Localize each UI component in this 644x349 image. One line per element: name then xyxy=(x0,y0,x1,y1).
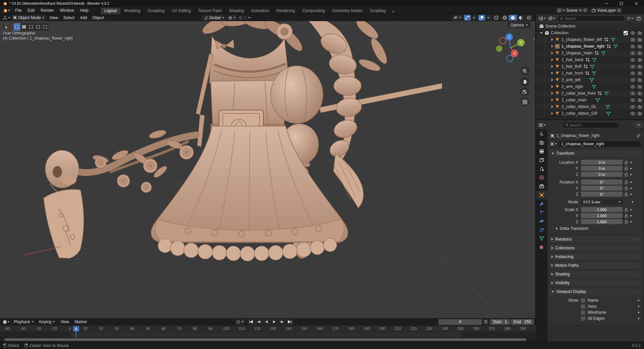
workspace-tab-texture-paint[interactable]: Texture Paint xyxy=(195,8,225,14)
disable-render-camera-icon[interactable] xyxy=(638,71,642,75)
timeline-menu-playback[interactable]: Playback xyxy=(11,319,37,324)
menu-render[interactable]: Render xyxy=(38,7,57,13)
workspace-tab-geometry-nodes[interactable]: Geometry Nodes xyxy=(328,8,366,14)
overlays-toggle[interactable] xyxy=(478,15,485,20)
scene-selector[interactable]: Scene xyxy=(556,7,589,13)
properties-tab-view-layer[interactable] xyxy=(536,156,547,164)
property-value-field[interactable]: 0° xyxy=(581,180,623,185)
expand-arrow[interactable] xyxy=(551,105,553,108)
hide-eye-icon[interactable] xyxy=(630,65,635,68)
animate-dot[interactable] xyxy=(630,162,632,163)
expand-arrow[interactable] xyxy=(551,85,553,88)
viewport-menu-object[interactable]: Object xyxy=(90,15,107,20)
outliner-row[interactable]: 1_chapeau_main xyxy=(536,50,644,56)
outliner-row[interactable]: 1_chapeau_flower_left xyxy=(536,36,644,43)
zoom-button[interactable] xyxy=(520,66,529,76)
panel-grip[interactable]: ···· xyxy=(634,264,639,267)
disable-render-camera-icon[interactable] xyxy=(638,51,642,55)
blender-app-menu[interactable] xyxy=(0,8,12,13)
editor-type-button[interactable] xyxy=(2,15,11,20)
playhead-frame-badge[interactable]: 4 xyxy=(73,326,79,332)
outliner-search-input[interactable] xyxy=(565,16,622,20)
properties-tab-tool[interactable] xyxy=(536,130,547,138)
section-collections[interactable]: Collections ···· xyxy=(549,244,642,252)
scene-collection-row[interactable]: Scene Collection xyxy=(536,23,644,30)
mode-dropdown[interactable]: Object Mode xyxy=(11,15,46,21)
property-value-field[interactable]: 1.000 xyxy=(581,219,623,224)
property-value-field[interactable]: 0 m xyxy=(581,160,623,165)
outliner-row[interactable]: 1_hair_front xyxy=(536,70,644,77)
properties-search[interactable] xyxy=(562,122,620,128)
animate-dot[interactable] xyxy=(630,168,632,169)
xray-toggle[interactable] xyxy=(493,15,499,20)
expand-arrow[interactable] xyxy=(551,45,553,48)
workspace-tab-animation[interactable]: Animation xyxy=(248,8,273,14)
proportional-editing-button[interactable] xyxy=(238,15,251,20)
outliner-row[interactable]: 1_hair_fluff xyxy=(536,63,644,70)
new-viewlayer-icon[interactable] xyxy=(617,8,621,12)
outliner-row[interactable]: 2_collar_ribbon_GL xyxy=(536,103,644,110)
outliner-filter-button[interactable] xyxy=(626,16,634,21)
outliner-row[interactable]: 1_chapeau_flower_right xyxy=(536,43,644,50)
disable-render-camera-icon[interactable] xyxy=(638,98,642,102)
expand-arrow[interactable] xyxy=(551,72,553,74)
shading-wireframe-button[interactable] xyxy=(501,15,509,20)
show-gizmo-dropdown[interactable] xyxy=(451,15,463,21)
workspace-tab-compositing[interactable]: Compositing xyxy=(299,8,328,14)
lock-icon[interactable] xyxy=(625,186,628,190)
panel-grip[interactable]: ···· xyxy=(634,281,639,285)
outliner-row[interactable]: 2_collar_main xyxy=(536,97,644,103)
jump-to-end-button[interactable] xyxy=(286,319,293,325)
panel-grip[interactable]: ···· xyxy=(634,255,639,258)
lock-icon[interactable] xyxy=(625,180,628,184)
collection-enable-checkbox[interactable] xyxy=(624,31,628,35)
hide-eye-icon[interactable] xyxy=(630,51,635,55)
workspace-tab-uv-editing[interactable]: UV Editing xyxy=(168,8,195,14)
checkbox[interactable] xyxy=(581,304,585,309)
sidebar-collapse-chevron[interactable]: ‹ xyxy=(533,36,535,41)
disable-render-camera-icon[interactable] xyxy=(638,58,642,62)
viewport-menu-add[interactable]: Add xyxy=(77,15,90,20)
expand-arrow[interactable] xyxy=(551,99,553,101)
lock-icon[interactable] xyxy=(625,192,628,196)
disable-render-camera-icon[interactable] xyxy=(638,45,642,48)
jump-to-start-button[interactable] xyxy=(248,319,255,325)
maximize-button[interactable] xyxy=(614,0,629,7)
object-id-dropdown[interactable] xyxy=(549,141,557,147)
panel-grip[interactable]: ···· xyxy=(634,152,639,155)
active-tool-button[interactable] xyxy=(2,23,11,31)
shading-rendered-button[interactable] xyxy=(525,15,533,20)
unlink-scene-icon[interactable] xyxy=(579,9,582,12)
3d-viewport[interactable]: Object Mode ViewSelectAddObject Global xyxy=(0,14,535,318)
timeline-menu-keying[interactable]: Keying xyxy=(37,319,58,324)
animate-dot[interactable] xyxy=(630,188,632,189)
hide-eye-icon[interactable] xyxy=(630,45,635,48)
animate-dot[interactable] xyxy=(630,221,632,222)
disable-render-camera-icon[interactable] xyxy=(638,112,642,115)
checkbox[interactable] xyxy=(581,310,585,315)
property-value-field[interactable]: 0° xyxy=(581,186,623,191)
snap-widget[interactable] xyxy=(226,15,237,21)
section-relations[interactable]: Relations ···· xyxy=(549,236,642,243)
gizmos-toggle[interactable] xyxy=(464,15,471,20)
properties-search-input[interactable] xyxy=(570,123,617,127)
outliner-editor-type-button[interactable] xyxy=(538,16,546,21)
property-value-field[interactable]: 0° xyxy=(581,192,623,197)
properties-tab-constraints[interactable] xyxy=(536,226,547,234)
animate-dot[interactable] xyxy=(630,209,632,210)
expand-arrow[interactable] xyxy=(551,112,553,115)
section-motion-paths[interactable]: Motion Paths ···· xyxy=(549,262,642,269)
collapse-arrow[interactable] xyxy=(540,32,543,34)
properties-options-dropdown[interactable] xyxy=(635,122,642,128)
prev-keyframe-button[interactable] xyxy=(255,319,263,325)
gizmo-minus-z-axis[interactable] xyxy=(507,55,513,62)
options-button[interactable]: Options xyxy=(508,22,531,28)
expand-arrow[interactable] xyxy=(551,65,553,68)
menu-file[interactable]: File xyxy=(12,7,24,13)
animate-dot[interactable] xyxy=(630,174,632,175)
delta-transform-header[interactable]: Delta Transform xyxy=(549,226,642,232)
animate-dot[interactable] xyxy=(638,306,639,307)
menu-window[interactable]: Window xyxy=(57,7,77,13)
section-shading[interactable]: Shading ···· xyxy=(549,270,642,278)
transform-panel-header[interactable]: Transform ···· xyxy=(549,150,642,157)
